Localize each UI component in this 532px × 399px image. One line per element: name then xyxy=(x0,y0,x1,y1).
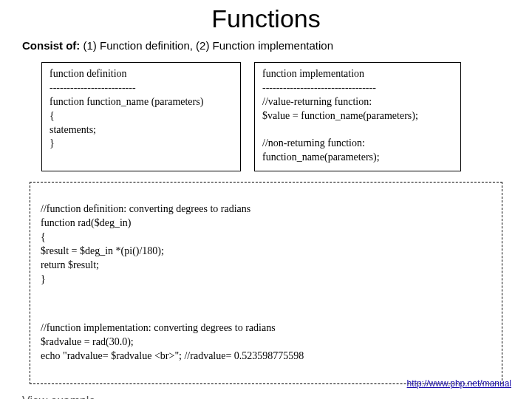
subtitle: Consist of: (1) Function definition, (2)… xyxy=(22,39,532,52)
page-title: Functions xyxy=(0,4,532,33)
php-manual-link[interactable]: http://www.php.net/manual xyxy=(407,378,511,389)
view-example-link[interactable]: View example xyxy=(22,395,532,399)
example-code-box: //function definition: converting degree… xyxy=(30,182,502,384)
definition-boxes-row: function definition --------------------… xyxy=(41,62,502,171)
function-implementation-box: function implementation ----------------… xyxy=(254,62,461,171)
function-definition-box: function definition --------------------… xyxy=(41,62,241,171)
spacer xyxy=(41,300,494,307)
example-definition-code: //function definition: converting degree… xyxy=(41,202,494,286)
subtitle-label: Consist of: xyxy=(22,39,80,52)
subtitle-text: (1) Function definition, (2) Function im… xyxy=(80,39,333,52)
example-implementation-code: //function implementation: converting de… xyxy=(41,321,494,364)
